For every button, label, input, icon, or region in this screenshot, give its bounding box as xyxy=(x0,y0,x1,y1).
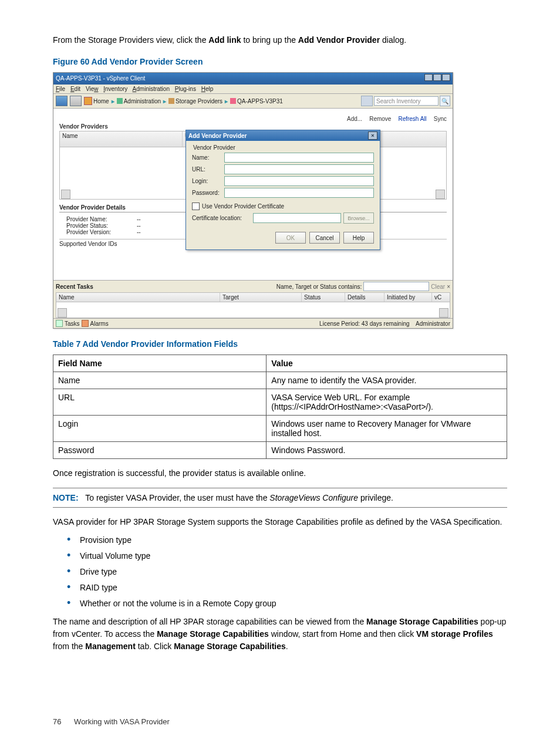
dlg-login-label: Login: xyxy=(192,178,224,184)
th-field-name: Field Name xyxy=(53,355,266,372)
search-icon[interactable]: 🔍 xyxy=(440,96,450,106)
menu-edit[interactable]: Edit xyxy=(70,86,80,92)
status-user: Administrator xyxy=(416,320,450,327)
dlg-cancel-button[interactable]: Cancel xyxy=(309,232,340,244)
tasks-col-vc[interactable]: vC xyxy=(432,293,450,302)
cell-value: Windows Password. xyxy=(266,442,507,459)
fp-b1: Manage Storage Capabilities xyxy=(366,617,478,626)
note-label: NOTE: xyxy=(53,493,79,502)
cell-field: Login xyxy=(53,416,266,442)
sync-link[interactable]: Sync xyxy=(434,116,447,122)
breadcrumb-sep-2: ▸ xyxy=(163,98,166,104)
status-tasks[interactable]: Tasks xyxy=(65,320,80,327)
fp-b5: Manage Storage Capabilities xyxy=(174,642,286,651)
tasks-clear-link[interactable]: Clear xyxy=(431,283,445,290)
menu-plugins[interactable]: Plug-ins xyxy=(175,86,196,92)
tasks-col-name[interactable]: Name xyxy=(56,293,220,302)
menu-help[interactable]: Help xyxy=(201,86,214,92)
breadcrumb-sp[interactable]: Storage Providers xyxy=(168,98,222,104)
menu-file[interactable]: FFileile xyxy=(56,86,65,92)
nav-back-button[interactable] xyxy=(56,96,68,106)
cell-value: Windows user name to Recovery Manager fo… xyxy=(266,416,507,442)
tasks-close-icon[interactable]: × xyxy=(447,283,450,290)
breadcrumb-home[interactable]: Home xyxy=(84,97,109,105)
window-buttons[interactable] xyxy=(424,74,450,82)
table-row: Login Windows user name to Recovery Mana… xyxy=(53,416,507,442)
dlg-password-input[interactable] xyxy=(224,188,374,198)
dialog-close-icon[interactable]: × xyxy=(368,131,377,140)
maximize-icon[interactable] xyxy=(433,74,441,81)
list-item: Drive type xyxy=(67,566,507,578)
fp-5: tab. Click xyxy=(136,642,174,651)
dlg-use-cert-label: Use Vendor Provider Certificate xyxy=(202,203,284,210)
remove-link[interactable]: Remove xyxy=(369,116,391,122)
list-item: Whether or not the volume is in a Remote… xyxy=(67,598,507,610)
dlg-use-cert-checkbox[interactable]: Use Vendor Provider Certificate xyxy=(192,202,374,210)
list-item: Provision type xyxy=(67,534,507,546)
dlg-password-label: Password: xyxy=(192,190,224,196)
table-row: URL VASA Service Web URL. For example (h… xyxy=(53,389,507,416)
menu-administration[interactable]: Administration xyxy=(133,86,170,92)
menu-inventory[interactable]: Inventory xyxy=(103,86,127,92)
intro-text-1: From the Storage Providers view, click t… xyxy=(53,35,208,45)
breadcrumb-admin[interactable]: Administration xyxy=(117,98,161,104)
breadcrumb-server[interactable]: QA-APPS-V3P31 xyxy=(230,98,283,104)
dlg-name-input[interactable] xyxy=(224,153,374,163)
tasks-scroll-left-icon[interactable] xyxy=(58,308,67,318)
search-input[interactable]: Search Inventory xyxy=(374,96,438,106)
menu-view[interactable]: View xyxy=(86,86,99,92)
dlg-help-button[interactable]: Help xyxy=(343,232,374,244)
status-alarms[interactable]: Alarms xyxy=(90,320,109,327)
toolbar: Home ▸ Administration ▸ Storage Provider… xyxy=(53,94,453,109)
col-name[interactable]: Name xyxy=(60,131,183,147)
tasks-filter-label: Name, Target or Status contains: xyxy=(276,283,362,290)
home-icon xyxy=(84,97,92,105)
dlg-cert-loc-input[interactable] xyxy=(253,213,341,223)
th-value: Value xyxy=(266,355,507,372)
cell-field: Password xyxy=(53,442,266,459)
dlg-name-label: Name: xyxy=(192,154,224,161)
note-italic: StorageViews Configure xyxy=(269,493,358,502)
provider-status-label: Provider Status: xyxy=(66,222,131,229)
figure-caption: Figure 60 Add Vendor Provider Screen xyxy=(53,57,507,66)
tasks-col-status[interactable]: Status xyxy=(302,293,345,302)
scroll-right-icon[interactable] xyxy=(436,190,445,199)
tasks-col-details[interactable]: Details xyxy=(345,293,384,302)
tasks-filter-input[interactable] xyxy=(363,282,429,291)
table-row: Name Any name to identify the VASA provi… xyxy=(53,372,507,389)
note-block: NOTE: To register VASA Provider, the use… xyxy=(53,488,507,508)
dlg-cert-loc-label: Certificate location: xyxy=(192,215,251,221)
add-link[interactable]: Add... xyxy=(347,116,362,122)
dlg-browse-button[interactable]: Browse... xyxy=(343,212,374,224)
tasks-scroll-right-icon[interactable] xyxy=(439,308,448,318)
search-handle[interactable] xyxy=(361,96,373,106)
note-text-1: To register VASA Provider, the user must… xyxy=(85,493,269,502)
nav-fwd-button[interactable] xyxy=(70,96,82,106)
cell-value: VASA Service Web URL. For example (https… xyxy=(266,389,507,416)
dlg-login-input[interactable] xyxy=(224,176,374,186)
vsphere-screenshot: QA-APPS-V3P31 - vSphere Client FFileile … xyxy=(53,72,453,329)
refresh-all-link[interactable]: Refresh All xyxy=(398,116,426,122)
intro-paragraph: From the Storage Providers view, click t… xyxy=(53,34,507,46)
close-icon[interactable] xyxy=(442,74,450,81)
add-link-bold: Add link xyxy=(208,35,241,45)
list-item: Virtual Volume type xyxy=(67,550,507,562)
window-titlebar: QA-APPS-V3P31 - vSphere Client xyxy=(53,73,453,85)
tasks-grid-body xyxy=(56,302,450,318)
page-number: 76 xyxy=(53,717,61,726)
admin-icon xyxy=(117,98,123,104)
tasks-col-target[interactable]: Target xyxy=(220,293,302,302)
recent-tasks-label: Recent Tasks xyxy=(56,283,93,290)
final-para: The name and description of all HP 3PAR … xyxy=(53,616,507,653)
alarms-icon xyxy=(82,320,89,327)
dlg-ok-button[interactable]: OK xyxy=(275,232,306,244)
tasks-icon xyxy=(56,320,63,327)
provider-name-label: Provider Name: xyxy=(66,216,131,222)
cell-field: Name xyxy=(53,372,266,389)
fp-b2: Manage Storage Capabilities xyxy=(157,629,269,639)
minimize-icon[interactable] xyxy=(424,74,433,81)
fp-b3: VM storage Profiles xyxy=(416,629,493,639)
tasks-col-init[interactable]: Initiated by xyxy=(384,293,432,302)
dlg-url-input[interactable] xyxy=(224,164,374,174)
scroll-left-icon[interactable] xyxy=(61,190,70,199)
